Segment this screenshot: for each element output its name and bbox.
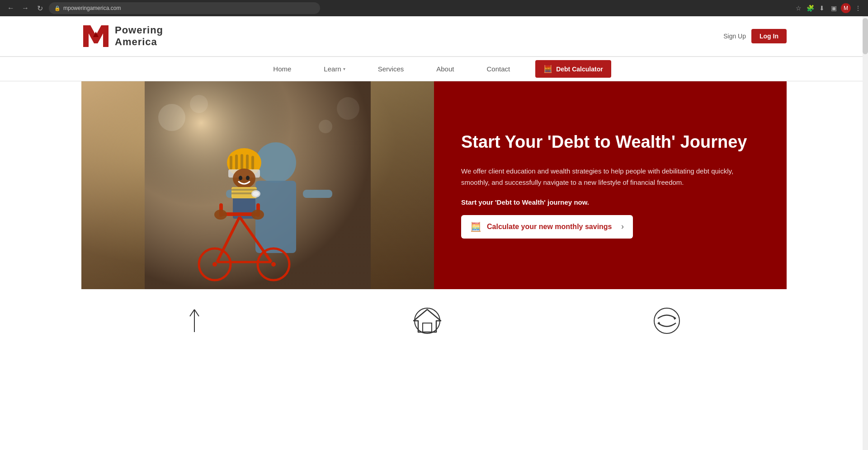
back-button[interactable]: ← [5,3,16,14]
hero-section: Start Your 'Debt to Wealth' Journey We o… [81,81,787,289]
reload-button[interactable]: ↻ [34,3,45,14]
svg-point-38 [190,95,208,113]
url-text: mpoweringamerica.com [63,5,121,11]
house-icon [411,307,443,334]
hero-title: Start Your 'Debt to Wealth' Journey [461,132,760,153]
svg-point-34 [271,262,276,267]
svg-point-16 [233,169,255,188]
nav-services[interactable]: Services [362,57,420,81]
site-nav: Home Learn ▾ Services About Contact 🧮 De… [0,56,868,81]
header-right: Sign Up Log In [723,29,787,43]
svg-point-18 [246,176,250,180]
site-header: Powering America Sign Up Log In [0,16,868,56]
svg-rect-8 [303,190,332,198]
nav-contact[interactable]: Contact [470,57,526,81]
svg-point-5 [255,142,296,183]
logo-powering: Powering [115,24,163,36]
calculate-savings-button[interactable]: 🧮 Calculate your new monthly savings › [461,215,633,239]
cta-button-text: Calculate your new monthly savings [487,223,612,231]
svg-point-26 [214,210,227,220]
hero-cta-text: Start your 'Debt to Wealth' journey now. [461,198,760,206]
nav-about[interactable]: About [420,57,470,81]
svg-point-40 [337,97,359,120]
svg-point-47 [654,308,679,333]
money-cycle-icon [651,307,683,334]
svg-rect-13 [241,154,243,169]
debt-calculator-button[interactable]: 🧮 Debt Calculator [535,60,611,78]
svg-rect-45 [423,323,432,332]
address-bar[interactable]: 🔒 mpoweringamerica.com [49,2,320,14]
logo-america: America [115,36,163,48]
menu-icon[interactable]: ⋮ [854,4,863,13]
svg-point-39 [319,120,332,133]
svg-point-27 [251,210,264,220]
hero-photo [81,81,434,289]
svg-rect-14 [246,155,249,169]
below-item-3 [651,307,683,334]
svg-line-42 [190,309,194,316]
logo-text: Powering America [115,24,163,48]
nav-home[interactable]: Home [257,57,307,81]
logo-icon [81,23,110,49]
below-item-2 [411,307,443,334]
download-icon[interactable]: ⬇ [817,4,826,13]
svg-rect-12 [235,155,238,169]
calculator-nav-icon: 🧮 [543,65,552,73]
logo[interactable]: Powering America [81,23,163,49]
arrow-up-icon [185,307,203,334]
below-item-1 [185,307,203,334]
scrollbar-thumb[interactable] [863,18,868,54]
scrollbar[interactable] [863,16,868,343]
profile-icon[interactable]: M [841,3,851,13]
svg-line-43 [194,309,199,316]
svg-rect-15 [251,156,254,169]
calculator-icon: 🧮 [470,221,481,232]
forward-button[interactable]: → [20,3,31,14]
svg-point-17 [239,176,242,180]
extensions-icon[interactable]: 🧩 [806,4,815,13]
chevron-icon: › [621,222,624,231]
nav-learn[interactable]: Learn ▾ [307,57,361,81]
below-hero [0,289,868,343]
hero-content: Start Your 'Debt to Wealth' Journey We o… [434,81,787,289]
browser-chrome: ← → ↻ 🔒 mpoweringamerica.com ☆ 🧩 ⬇ ▣ M ⋮ [0,0,868,16]
signup-link[interactable]: Sign Up [723,33,746,40]
tab-icon[interactable]: ▣ [829,4,838,13]
svg-point-37 [158,104,185,131]
browser-actions: ☆ 🧩 ⬇ ▣ M ⋮ [794,3,863,13]
login-button[interactable]: Log In [751,29,787,43]
svg-point-32 [212,262,217,267]
hero-image [81,81,434,289]
learn-dropdown-icon: ▾ [343,66,345,71]
hero-description: We offer client education and wealth str… [461,165,760,188]
svg-rect-11 [230,156,232,169]
bookmark-icon[interactable]: ☆ [794,4,803,13]
hero-illustration [81,81,434,289]
svg-point-36 [253,192,259,196]
svg-rect-21 [231,189,257,191]
